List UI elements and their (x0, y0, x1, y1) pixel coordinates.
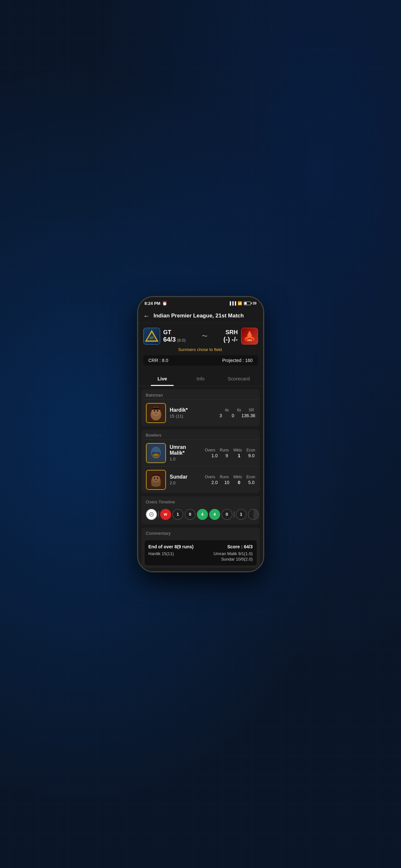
batsman-sixes: 0 (229, 413, 237, 418)
screen: ← Indian Premier League, 21st Match GT (138, 308, 263, 571)
bowler2-wkts: 0 (235, 480, 243, 485)
batsman-stats-labels: 4s 6s SR (223, 408, 255, 412)
ball-4-2: 4 (209, 509, 220, 520)
projected-stat: Projected : 160 (222, 358, 252, 363)
trend-icon[interactable]: 〜 (202, 332, 208, 340)
gt-score: 64/3 (163, 336, 176, 343)
batsman-card: Hardik* 15 (11) 4s 6s SR 3 0 13 (142, 399, 260, 426)
match-stats-row: CRR : 8.0 Projected : 160 (143, 355, 258, 366)
batsman-stats: 4s 6s SR 3 0 136.36 (217, 408, 255, 418)
gt-logo: GT (143, 328, 160, 345)
bowler-card-2: Sundar 2.0 Overs Runs Wkts Econ 2.0 10 (142, 466, 260, 493)
tab-info[interactable]: Info (181, 371, 220, 386)
commentary-bottom: Hardik 15(11) Umran Malik 9/1(1.0) Sunda… (149, 551, 253, 562)
ball-4-1: 4 (197, 509, 208, 520)
bowler1-overs: 1.0 (170, 456, 201, 462)
overs-timeline: W 1 0 4 4 0 1 (142, 506, 260, 521)
bowler1-stats: Overs Runs Wkts Econ 1.0 9 1 9.0 (205, 448, 255, 458)
commentary-header: Commentary (142, 528, 260, 538)
bowler2-info: Sundar 2.0 (170, 474, 201, 486)
bowler2-stats: Overs Runs Wkts Econ 2.0 10 0 5.0 (205, 475, 255, 485)
battery-percent: 39 (252, 301, 256, 305)
crr-stat: CRR : 8.0 (149, 358, 168, 363)
bowler1-info: Umran Malik* 1.0 (170, 444, 201, 462)
match-card: GT GT 64/3 (8.0) 〜 (138, 323, 263, 371)
teams-row: GT GT 64/3 (8.0) 〜 (143, 328, 258, 345)
commentary-bowler1: Umran Malik 9/1(1.0) (213, 551, 252, 556)
wifi-icon: 📶 (238, 301, 242, 306)
tab-scorecard[interactable]: Scorecard (220, 371, 258, 386)
bowler1-name: Umran Malik* (170, 444, 201, 456)
bowler2-overs-val: 2.0 (211, 480, 219, 485)
svg-text:SRH: SRH (247, 339, 252, 341)
commentary-bowlers: Umran Malik 9/1(1.0) Sundar 10/0(2.0) (213, 551, 252, 562)
over-separator-1 (158, 511, 159, 518)
back-button[interactable]: ← (143, 312, 150, 320)
commentary-over-text: End of over 8(9 runs) (149, 544, 194, 549)
bowlers-section-header: Bowlers (142, 430, 260, 439)
bowler1-overs-val: 1.0 (211, 453, 219, 458)
umran-avatar (146, 443, 166, 463)
commentary-batsman: Hardik 15(11) (149, 551, 174, 562)
header: ← Indian Premier League, 21st Match (138, 308, 263, 323)
ball-1-2: 1 (236, 509, 247, 520)
bowler-card-1: Umran Malik* 1.0 Overs Runs Wkts Econ 1.… (142, 439, 260, 466)
batsman-section-header: Batsman (142, 390, 260, 399)
ball-0-1: 0 (185, 509, 196, 520)
ball-1 (146, 509, 157, 520)
overs-timeline-section: Overs Timeline W 1 0 4 4 0 (142, 496, 260, 524)
batsman-sr: 136.36 (242, 413, 255, 418)
tabs-bar: Live Info Scorecard (138, 371, 263, 386)
svg-text:GT: GT (150, 336, 154, 339)
bowler1-runs: 9 (223, 453, 231, 458)
srh-code: SRH (225, 329, 238, 336)
svg-point-25 (151, 482, 161, 487)
page-title: Indian Premier League, 21st Match (154, 313, 244, 319)
gt-overs: (8.0) (177, 338, 186, 343)
commentary-score: Score : 64/3 (227, 544, 253, 549)
bowler1-econ: 9.0 (248, 453, 255, 458)
over-separator-2 (234, 511, 235, 518)
status-bar-left: 8:24 PM ⏰ (145, 301, 167, 306)
bowler2-runs: 10 (223, 480, 231, 485)
svg-point-11 (157, 410, 158, 412)
ball-current (248, 509, 259, 520)
battery-fill (244, 302, 246, 305)
tab-live[interactable]: Live (143, 371, 181, 386)
status-bar: 8:24 PM ⏰ ▐▐▐ 📶 39 (138, 297, 263, 308)
ball-0-2: 0 (221, 509, 233, 520)
bowler2-name: Sundar (170, 474, 201, 480)
batsman-section: Batsman (142, 390, 260, 426)
srh-score: (-) -/- (223, 336, 238, 343)
svg-point-10 (153, 410, 155, 412)
batsman-fours: 3 (217, 413, 225, 418)
overs-timeline-header: Overs Timeline (142, 496, 260, 506)
commentary-section: Commentary End of over 8(9 runs) Score :… (142, 528, 260, 568)
ball-w: W (160, 509, 171, 520)
svg-point-24 (157, 477, 158, 479)
batsman-score: 15 (11) (170, 413, 213, 419)
bowler2-overs: 2.0 (170, 480, 201, 486)
srh-team-info: SRH (-) -/- (223, 329, 238, 343)
battery-icon (244, 302, 251, 305)
signal-icon: ▐▐▐ (228, 301, 236, 305)
bowler2-econ: 5.0 (248, 480, 255, 485)
gt-team-info: GT 64/3 (8.0) (163, 329, 186, 343)
ball-1-run: 1 (173, 509, 183, 520)
team-gt: GT GT 64/3 (8.0) (143, 328, 186, 345)
status-bar-right: ▐▐▐ 📶 39 (228, 301, 257, 306)
bowlers-section: Bowlers (142, 430, 260, 493)
batsman-info: Hardik* 15 (11) (170, 407, 213, 419)
phone-frame: 8:24 PM ⏰ ▐▐▐ 📶 39 ← Indian Premier Leag… (137, 296, 264, 572)
time-display: 8:24 PM (145, 301, 160, 306)
toss-message: Sunrisers chose to field. (143, 347, 258, 352)
batsman-name: Hardik* (170, 407, 213, 413)
batsman-avatar (146, 403, 166, 423)
gt-code: GT (163, 329, 186, 336)
batsman-stats-values: 3 0 136.36 (217, 413, 255, 418)
commentary-top: End of over 8(9 runs) Score : 64/3 (149, 544, 253, 549)
svg-point-23 (154, 477, 155, 479)
team-srh: SRH SRH (-) -/- (223, 328, 258, 345)
srh-logo: SRH (241, 328, 258, 345)
commentary-card: End of over 8(9 runs) Score : 64/3 Hardi… (145, 540, 257, 565)
